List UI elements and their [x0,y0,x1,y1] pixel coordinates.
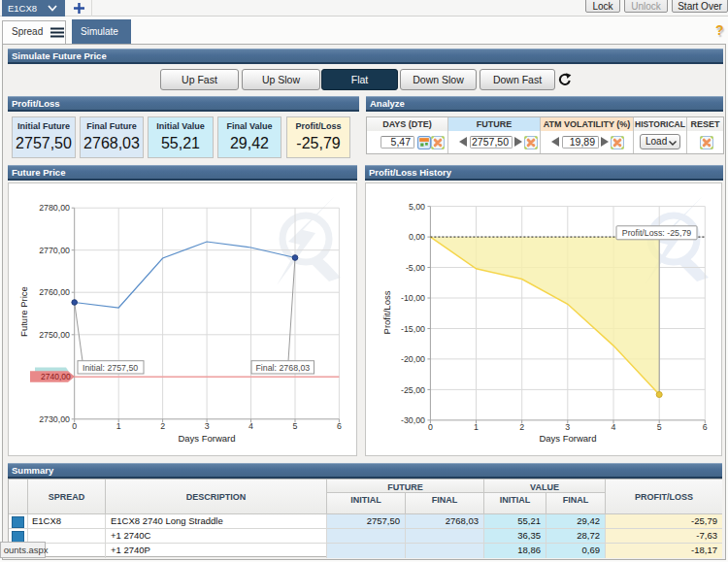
svg-text:Profit/Loss: Profit/Loss [381,290,392,334]
svg-text:Final: 2768,03: Final: 2768,03 [256,363,311,373]
svg-text:3: 3 [565,422,570,432]
svg-text:3: 3 [205,421,210,431]
svg-text:1: 1 [474,422,479,432]
svg-text:2730,00: 2730,00 [39,414,70,424]
svg-text:4: 4 [248,421,253,431]
svg-text:5: 5 [657,422,662,432]
svg-text:-30,00: -30,00 [401,415,425,425]
svg-text:-10,00: -10,00 [401,293,425,303]
svg-text:Days Forward: Days Forward [178,433,235,444]
svg-text:Profit/Loss: -25,79: Profit/Loss: -25,79 [622,228,691,238]
svg-text:-20,00: -20,00 [401,354,425,364]
svg-text:-15,00: -15,00 [401,324,425,334]
svg-text:2750,00: 2750,00 [39,330,70,340]
svg-text:0: 0 [72,421,77,431]
svg-text:Future Price: Future Price [18,286,29,337]
svg-text:6: 6 [337,421,342,431]
svg-text:-25,00: -25,00 [401,385,425,395]
svg-text:6: 6 [703,422,708,432]
svg-text:1: 1 [116,421,121,431]
svg-text:2780,00: 2780,00 [39,203,70,213]
svg-text:4: 4 [612,422,616,432]
svg-text:0: 0 [428,422,433,432]
svg-text:5,00: 5,00 [409,202,425,212]
svg-text:2760,00: 2760,00 [39,287,70,297]
svg-text:5: 5 [293,421,298,431]
svg-text:2770,00: 2770,00 [39,246,70,255]
svg-text:Days Forward: Days Forward [539,433,596,444]
svg-text:-5,00: -5,00 [406,263,425,273]
svg-text:2: 2 [519,422,524,432]
svg-text:Initial: 2757,50: Initial: 2757,50 [83,363,138,373]
svg-text:2740,00: 2740,00 [41,372,71,381]
svg-text:0,00: 0,00 [409,232,425,242]
svg-text:2: 2 [160,421,165,431]
